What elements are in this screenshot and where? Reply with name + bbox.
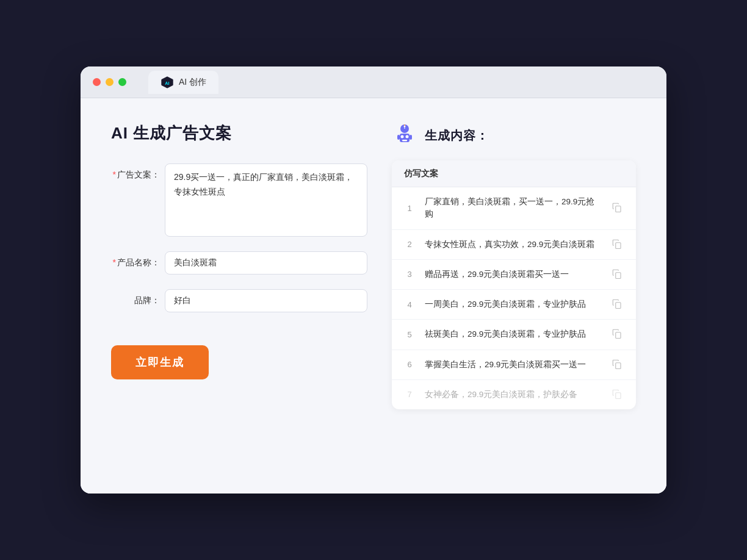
copy-icon[interactable] (612, 268, 624, 281)
traffic-light-green[interactable] (118, 78, 126, 86)
brand-input[interactable] (165, 289, 367, 312)
browser-window: AI AI 创作 AI 生成广告文案 *广告文案： *产品名称： (81, 66, 666, 494)
traffic-lights (93, 78, 126, 86)
row-text: 厂家直销，美白淡斑霜，买一送一，29.9元抢购 (425, 196, 602, 221)
copy-icon[interactable] (612, 389, 624, 401)
row-number: 7 (404, 390, 415, 399)
ad-text-label: *广告文案： (111, 163, 160, 181)
svg-rect-15 (616, 303, 621, 309)
svg-rect-4 (397, 135, 400, 140)
svg-point-11 (404, 124, 405, 126)
row-number: 6 (404, 360, 415, 369)
table-row: 4一周美白，29.9元美白淡斑霜，专业护肤品 (392, 290, 636, 320)
svg-text:AI: AI (165, 80, 169, 85)
table-row: 7女神必备，29.9元美白淡斑霜，护肤必备 (392, 380, 636, 409)
table-row: 1厂家直销，美白淡斑霜，买一送一，29.9元抢购 (392, 187, 636, 230)
brand-group: 品牌： (111, 289, 367, 312)
product-name-label: *产品名称： (111, 251, 160, 268)
traffic-light-red[interactable] (93, 78, 101, 86)
ad-text-group: *广告文案： (111, 163, 367, 237)
page-title: AI 生成广告文案 (111, 123, 367, 144)
result-table: 仿写文案 1厂家直销，美白淡斑霜，买一送一，29.9元抢购 2专抹女性斑点，真实… (392, 160, 636, 409)
result-title: 生成内容： (425, 127, 489, 144)
row-text: 祛斑美白，29.9元美白淡斑霜，专业护肤品 (425, 328, 602, 340)
table-header-text: 仿写文案 (404, 168, 438, 178)
row-text: 赠品再送，29.9元美白淡斑霜买一送一 (425, 268, 602, 281)
row-text: 专抹女性斑点，真实功效，29.9元美白淡斑霜 (425, 239, 602, 251)
row-number: 1 (404, 204, 415, 213)
robot-icon (392, 123, 417, 148)
row-text: 一周美白，29.9元美白淡斑霜，专业护肤品 (425, 298, 602, 311)
product-name-required: * (113, 257, 116, 267)
row-number: 4 (404, 300, 415, 309)
ad-text-required: * (113, 170, 116, 179)
svg-rect-16 (616, 332, 621, 339)
copy-icon[interactable] (612, 239, 624, 251)
traffic-light-yellow[interactable] (106, 78, 114, 86)
row-text: 掌握美白生活，29.9元美白淡斑霜买一送一 (425, 359, 602, 371)
left-panel: AI 生成广告文案 *广告文案： *产品名称： 品牌： 立即生成 (111, 123, 367, 463)
copy-icon[interactable] (612, 328, 624, 340)
svg-rect-14 (616, 273, 621, 279)
svg-rect-13 (616, 242, 621, 248)
svg-rect-17 (616, 362, 621, 368)
row-number: 5 (404, 330, 415, 339)
table-row: 6掌握美白生活，29.9元美白淡斑霜买一送一 (392, 350, 636, 380)
row-text: 女神必备，29.9元美白淡斑霜，护肤必备 (425, 389, 602, 401)
copy-icon[interactable] (612, 202, 624, 214)
copy-icon[interactable] (612, 359, 624, 371)
row-number: 3 (404, 270, 415, 279)
generate-button[interactable]: 立即生成 (111, 345, 209, 379)
svg-rect-12 (616, 206, 621, 212)
row-number: 2 (404, 240, 415, 249)
copy-icon[interactable] (612, 298, 624, 311)
product-name-input[interactable] (165, 251, 367, 275)
ad-text-input[interactable] (165, 163, 367, 237)
brand-label: 品牌： (111, 289, 160, 306)
right-panel: 生成内容： 仿写文案 1厂家直销，美白淡斑霜，买一送一，29.9元抢购 2专抹女… (392, 123, 636, 463)
result-table-header: 仿写文案 (392, 160, 636, 187)
main-content: AI 生成广告文案 *广告文案： *产品名称： 品牌： 立即生成 (81, 98, 666, 494)
table-row: 3赠品再送，29.9元美白淡斑霜买一送一 (392, 260, 636, 290)
result-rows-container: 1厂家直销，美白淡斑霜，买一送一，29.9元抢购 2专抹女性斑点，真实功效，29… (392, 187, 636, 409)
ai-tab-icon: AI (161, 76, 174, 89)
tab-title: AI 创作 (179, 77, 206, 88)
title-bar: AI AI 创作 (81, 66, 666, 98)
browser-tab[interactable]: AI AI 创作 (148, 71, 218, 94)
svg-rect-18 (616, 393, 621, 399)
svg-rect-8 (402, 140, 407, 142)
table-row: 5祛斑美白，29.9元美白淡斑霜，专业护肤品 (392, 320, 636, 350)
svg-rect-5 (410, 135, 412, 140)
svg-point-6 (401, 135, 404, 138)
product-name-group: *产品名称： (111, 251, 367, 275)
table-row: 2专抹女性斑点，真实功效，29.9元美白淡斑霜 (392, 230, 636, 260)
result-header: 生成内容： (392, 123, 636, 148)
svg-point-7 (406, 135, 409, 138)
